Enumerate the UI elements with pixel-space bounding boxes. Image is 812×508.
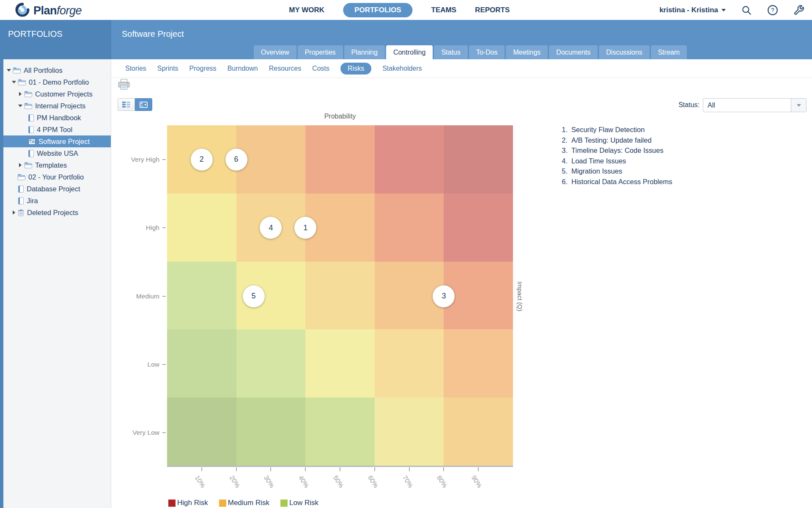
caret-down-icon[interactable]	[17, 105, 23, 107]
status-filter-select[interactable]: All	[703, 98, 807, 112]
dropdown-arrow-icon[interactable]	[791, 99, 806, 112]
y-tick-label-high: High	[70, 224, 159, 232]
top-nav-item-my-work[interactable]: MY WORK	[289, 6, 324, 14]
risk-list-item-4[interactable]: 4.Load Time Issues	[557, 156, 672, 166]
caret-down-icon[interactable]	[11, 81, 17, 83]
sidebar-item-customer-projects[interactable]: Customer Projects	[3, 88, 111, 100]
risk-list-label: A/B Testing: Update failed	[571, 135, 652, 146]
matrix-cell-r1c3	[375, 193, 444, 262]
sidebar-item-pm-handbook[interactable]: PM Handbook	[3, 112, 111, 124]
risk-list-item-5[interactable]: 5.Migration Issues	[557, 166, 672, 177]
matrix-cell-r3c0	[167, 329, 236, 398]
matrix-cell-r4c3	[375, 398, 444, 466]
tab-properties[interactable]: Properties	[298, 45, 343, 59]
user-menu[interactable]: kristina - Kristina	[659, 6, 726, 14]
grid-icon	[28, 138, 36, 145]
risk-list-item-6[interactable]: 6.Historical Data Access Problems	[557, 177, 672, 187]
top-nav-item-portfolios[interactable]: PORTFOLIOS	[343, 3, 413, 17]
tab-planning[interactable]: Planning	[344, 45, 385, 59]
y-tick-label-medium: Medium	[70, 293, 159, 300]
project-icon	[28, 150, 34, 157]
subnav-item-stories[interactable]: Stories	[125, 65, 146, 72]
risk-list-item-1[interactable]: 1.Security Flaw Detection	[557, 124, 672, 135]
subnav-item-sprints[interactable]: Sprints	[157, 65, 178, 72]
caret-down-icon[interactable]	[6, 69, 12, 72]
sidebar-item-label: 4 PPM Tool	[37, 126, 72, 134]
list-view-icon[interactable]	[118, 98, 135, 111]
project-icon	[18, 197, 24, 204]
caret-right-icon[interactable]	[17, 163, 23, 167]
x-tick-label-10: 10%	[193, 474, 207, 489]
matrix-cell-r3c3	[375, 329, 444, 398]
sidebar-title: PORTFOLIOS	[8, 29, 63, 39]
risk-bubble-1[interactable]: 1	[294, 217, 316, 239]
search-icon[interactable]	[741, 5, 752, 16]
risk-bubble-6[interactable]: 6	[225, 149, 247, 171]
y-tick-mark	[162, 364, 166, 365]
sidebar-item-all-portfolios[interactable]: All Portfolios	[3, 64, 111, 76]
matrix-cell-r2c0	[167, 262, 236, 330]
sidebar-item-label: PM Handbook	[37, 114, 81, 122]
risk-bubble-2[interactable]: 2	[191, 149, 213, 171]
tab-discussions[interactable]: Discussions	[599, 45, 649, 59]
project-icon	[28, 114, 34, 121]
risk-list-label: Timeline Delays: Code Issues	[571, 145, 664, 156]
risk-list-label: Load Time Issues	[571, 156, 626, 166]
risk-list-item-2[interactable]: 2.A/B Testing: Update failed	[557, 135, 672, 146]
sidebar-item-label: All Portfolios	[24, 66, 63, 75]
x-tick-mark	[236, 467, 237, 471]
subnav-item-stakeholders[interactable]: Stakeholders	[382, 65, 422, 72]
tab-documents[interactable]: Documents	[549, 45, 598, 59]
view-toggle	[118, 98, 152, 111]
y-tick-mark	[162, 432, 166, 433]
tab-status[interactable]: Status	[434, 45, 467, 59]
sidebar-item-internal-projects[interactable]: Internal Projects	[3, 100, 111, 112]
sidebar-accent-strip	[0, 59, 3, 508]
matrix-cell-r3c4	[444, 329, 513, 398]
tab-to-dos[interactable]: To-Dos	[469, 45, 505, 59]
risk-bubble-5[interactable]: 5	[243, 285, 265, 307]
trash-icon	[18, 209, 24, 216]
legend-swatch-high-risk	[168, 500, 176, 507]
tab-overview[interactable]: Overview	[254, 45, 296, 59]
project-icon	[28, 126, 34, 133]
top-nav-item-teams[interactable]: TEAMS	[431, 6, 457, 14]
sidebar-item-01-demo-portfolio[interactable]: 01 - Demo Portfolio	[3, 76, 111, 88]
matrix-view-icon[interactable]	[135, 98, 152, 111]
risk-list-label: Historical Data Access Problems	[571, 177, 672, 187]
y-tick-label-very-high: Very High	[70, 156, 159, 163]
x-tick-mark	[443, 467, 444, 471]
x-tick-mark	[270, 467, 271, 471]
folder-icon	[24, 91, 32, 97]
tab-stream[interactable]: Stream	[651, 45, 687, 59]
wrench-icon[interactable]	[793, 5, 804, 16]
matrix-cell-r0c3	[375, 125, 444, 193]
top-bar: Planforge MY WORKPORTFOLIOSTEAMSREPORTS …	[0, 0, 812, 20]
help-icon[interactable]: ?	[767, 5, 778, 16]
matrix-cell-r0c2	[305, 125, 375, 193]
folder-icon	[24, 102, 32, 109]
print-icon[interactable]	[118, 79, 131, 91]
top-nav-item-reports[interactable]: REPORTS	[475, 6, 510, 14]
matrix-cell-r4c4	[444, 398, 513, 466]
matrix-cell-r4c0	[167, 398, 236, 466]
tab-controlling[interactable]: Controlling	[386, 45, 433, 59]
risk-list-number: 4.	[557, 156, 568, 166]
matrix-cell-r0c4	[444, 125, 513, 193]
x-tick-label-80: 80%	[435, 474, 449, 489]
caret-right-icon[interactable]	[17, 92, 23, 96]
sidebar-item-label: Jira	[27, 197, 38, 205]
tab-meetings[interactable]: Meetings	[506, 45, 548, 59]
subnav-item-risks[interactable]: Risks	[340, 63, 371, 75]
sidebar-item-label: 01 - Demo Portfolio	[29, 78, 89, 86]
subnav-item-burndown[interactable]: Burndown	[228, 65, 258, 72]
risk-bubble-3[interactable]: 3	[433, 285, 455, 307]
subnav-item-progress[interactable]: Progress	[189, 65, 217, 72]
planforge-logo[interactable]: Planforge	[15, 3, 82, 19]
risk-list-item-3[interactable]: 3.Timeline Delays: Code Issues	[557, 145, 672, 156]
sidebar-header: PORTFOLIOS	[0, 20, 111, 59]
subnav-item-resources[interactable]: Resources	[269, 65, 301, 72]
subnav-item-costs[interactable]: Costs	[312, 65, 329, 72]
risk-legend: High RiskMedium RiskLow Risk	[168, 499, 318, 507]
caret-right-icon[interactable]	[11, 210, 17, 215]
